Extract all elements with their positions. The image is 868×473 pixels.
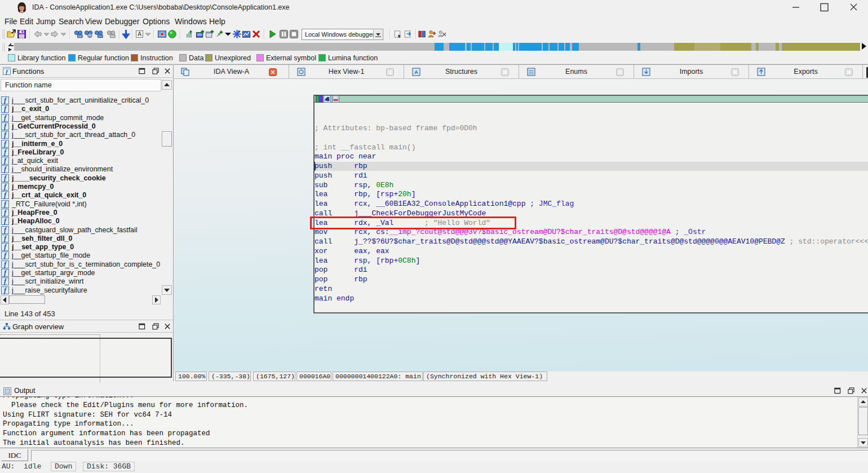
svg-text:A: A — [138, 31, 141, 37]
svg-text:0: 0 — [88, 33, 91, 38]
